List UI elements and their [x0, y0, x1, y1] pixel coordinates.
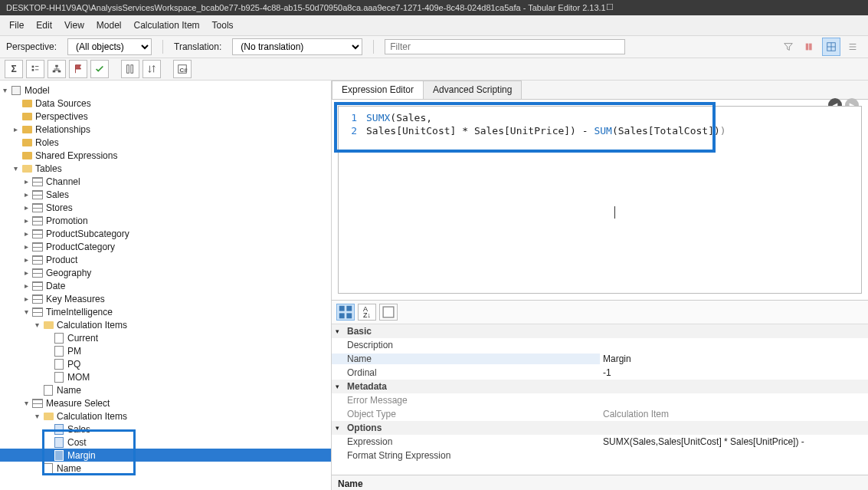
prop-ordinal[interactable]: Ordinal-1 [332, 366, 868, 380]
text-caret [614, 206, 615, 219]
title-bar: DESKTOP-HH1V9AQ\AnalysisServicesWorkspac… [0, 0, 868, 15]
property-pages-button[interactable] [379, 304, 398, 321]
toolbar-sep [112, 60, 118, 78]
model-tree[interactable]: ▾Model Data Sources Perspectives ▸Relati… [0, 81, 332, 490]
sigma-icon[interactable]: Σ [5, 60, 23, 78]
editor-tabs: Expression Editor Advanced Scripting [332, 81, 868, 100]
tree-table-sales[interactable]: ▸Sales [0, 188, 331, 201]
maximize-button[interactable]: ☐ [606, 2, 857, 12]
sort-icon[interactable] [142, 60, 161, 78]
svg-rect-0 [806, 44, 809, 51]
prop-errormessage[interactable]: Error Message [332, 393, 868, 407]
tree-calcitems-ms[interactable]: ▾Calculation Items [0, 409, 331, 423]
tree-datasources[interactable]: Data Sources [0, 97, 331, 110]
menu-file[interactable]: File [9, 20, 24, 31]
tree-ci-pm[interactable]: PM [0, 344, 331, 357]
svg-rect-19 [131, 65, 133, 74]
alphabetical-view-button[interactable]: AZ↓ [358, 304, 376, 321]
menu-calculation-item[interactable]: Calculation Item [134, 20, 200, 31]
filter-input[interactable] [385, 39, 625, 54]
check-icon[interactable] [90, 60, 109, 78]
svg-rect-22 [339, 306, 345, 311]
prop-cat-options[interactable]: ▾Options [332, 421, 868, 435]
svg-text:C#: C# [180, 67, 188, 74]
translation-select[interactable]: (No translation) [232, 38, 362, 55]
tree-calcitems-ti[interactable]: ▾Calculation Items [0, 318, 331, 331]
columns-icon[interactable] [801, 38, 819, 56]
grid-icon[interactable] [822, 38, 840, 56]
list-icon[interactable] [843, 38, 862, 56]
svg-rect-1 [809, 44, 812, 51]
filter-row: Perspective: (All objects) Translation: … [0, 36, 868, 58]
window-title: DESKTOP-HH1V9AQ\AnalysisServicesWorkspac… [6, 3, 606, 12]
prop-name[interactable]: NameMargin [332, 352, 868, 366]
svg-rect-26 [383, 307, 394, 317]
prop-objecttype[interactable]: Object TypeCalculation Item [332, 407, 868, 421]
perspective-label: Perspective: [6, 41, 57, 52]
tree-shared[interactable]: Shared Expressions [0, 149, 331, 162]
tree-ti-name[interactable]: Name [0, 383, 331, 396]
svg-rect-25 [346, 313, 352, 318]
tree-table-prodcat[interactable]: ▸ProductCategory [0, 240, 331, 253]
toolbar-sep2 [164, 60, 170, 78]
tree-table-product[interactable]: ▸Product [0, 253, 331, 266]
tree-ci-sales[interactable]: Sales [0, 423, 331, 436]
tree-ci-pq[interactable]: PQ [0, 357, 331, 370]
svg-rect-9 [32, 69, 34, 71]
prop-expression[interactable]: ExpressionSUMX(Sales,Sales[UnitCost] * S… [332, 435, 868, 449]
prop-cat-metadata[interactable]: ▾Metadata [332, 380, 868, 393]
svg-rect-8 [32, 66, 34, 68]
tab-expression-editor[interactable]: Expression Editor [332, 81, 424, 99]
tree-table-date[interactable]: ▸Date [0, 279, 331, 292]
menu-tools[interactable]: Tools [212, 20, 234, 31]
tree-table-keymeasures[interactable]: ▸Key Measures [0, 292, 331, 305]
tree-ci-margin[interactable]: Margin [0, 449, 331, 462]
menu-model[interactable]: Model [97, 20, 122, 31]
menu-bar: File Edit View Model Calculation Item To… [0, 15, 868, 36]
tree-perspectives[interactable]: Perspectives [0, 110, 331, 123]
expression-editor-panel: ◄ ► 12 SUMX(Sales, Sales[UnitCost] * Sal… [332, 100, 868, 301]
tree-table-geo[interactable]: ▸Geography [0, 266, 331, 279]
menu-view[interactable]: View [64, 20, 84, 31]
tree-table-stores[interactable]: ▸Stores [0, 201, 331, 214]
tree-ci-current[interactable]: Current [0, 331, 331, 344]
tree-table-channel[interactable]: ▸Channel [0, 175, 331, 188]
prop-description[interactable]: Description [332, 338, 868, 352]
svg-rect-18 [127, 65, 129, 74]
tree-tables[interactable]: ▾Tables [0, 162, 331, 175]
properties-panel: AZ↓ ▾Basic Description NameMargin Ordina… [332, 301, 868, 490]
tree-model[interactable]: ▾Model [0, 84, 331, 97]
tree-ci-cost[interactable]: Cost [0, 436, 331, 449]
perspective-select[interactable]: (All objects) [67, 38, 152, 55]
tree-table-prodsub[interactable]: ▸ProductSubcategory [0, 227, 331, 240]
svg-rect-23 [346, 306, 352, 311]
menu-edit[interactable]: Edit [36, 20, 52, 31]
categorized-view-button[interactable] [336, 304, 355, 321]
tab-advanced-scripting[interactable]: Advanced Scripting [423, 81, 522, 99]
script-icon[interactable]: C# [173, 60, 192, 78]
outline-icon[interactable] [26, 60, 44, 78]
svg-rect-24 [339, 313, 345, 318]
hierarchy-icon[interactable] [47, 60, 66, 78]
prop-formatstring[interactable]: Format String Expression [332, 449, 868, 462]
tree-table-promotion[interactable]: ▸Promotion [0, 214, 331, 227]
flag-icon[interactable] [69, 60, 87, 78]
filter-icon[interactable] [779, 38, 798, 56]
tree-ms-name[interactable]: Name [0, 462, 331, 475]
tree-relationships[interactable]: ▸Relationships [0, 123, 331, 136]
tree-roles[interactable]: Roles [0, 136, 331, 149]
toolbar: Σ C# [0, 58, 868, 81]
tree-table-measureselect[interactable]: ▾Measure Select [0, 396, 331, 409]
tree-table-timeintelligence[interactable]: ▾TimeIntelligence [0, 305, 331, 318]
tree-ci-mom[interactable]: MOM [0, 370, 331, 383]
translation-label: Translation: [174, 41, 221, 52]
svg-rect-12 [55, 65, 58, 67]
columns2-icon[interactable] [121, 60, 139, 78]
property-description-footer: Name [332, 475, 868, 490]
prop-cat-basic[interactable]: ▾Basic [332, 324, 868, 338]
code-editor[interactable]: 12 SUMX(Sales, Sales[UnitCost] * Sales[U… [338, 106, 862, 294]
property-description-title: Name [338, 478, 862, 489]
